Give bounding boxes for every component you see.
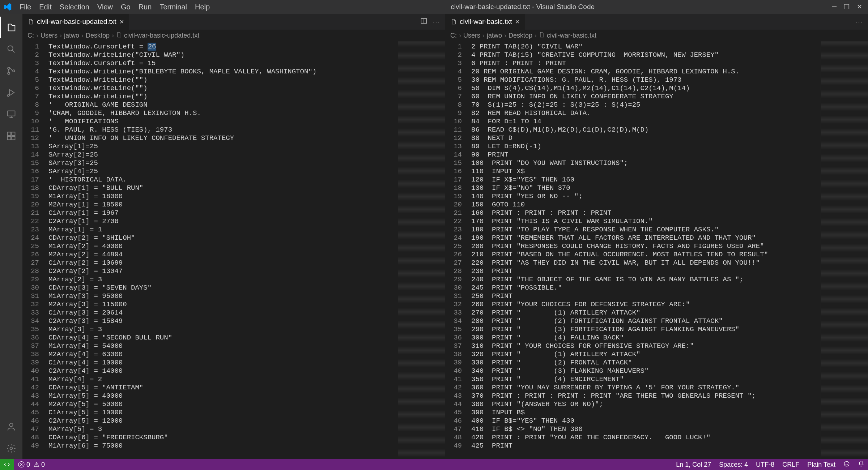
vscode-logo-icon	[3, 3, 13, 10]
minimap[interactable]	[398, 41, 445, 459]
source-control-icon[interactable]	[0, 60, 22, 82]
encoding-status[interactable]: UTF-8	[756, 461, 774, 469]
menu-go[interactable]: Go	[117, 1, 134, 13]
svg-point-2	[8, 67, 10, 69]
svg-point-15	[10, 447, 13, 450]
tab-close-icon[interactable]: ✕	[515, 18, 520, 25]
maximize-icon[interactable]: ❐	[844, 3, 850, 11]
notifications-icon[interactable]	[858, 461, 864, 469]
editor-group-right: civil-war-basic.txt ✕ ⋯ C:› Users› jatwo…	[445, 14, 868, 459]
svg-rect-13	[12, 136, 15, 140]
breadcrumb-segment[interactable]: C:	[450, 32, 457, 39]
explorer-icon[interactable]	[0, 17, 22, 38]
code-content[interactable]: 2 PRINT TAB(26) "CIVIL WAR" 4 PRINT TAB(…	[468, 41, 821, 459]
breadcrumb-segment[interactable]: civil-war-basic.txt	[547, 32, 596, 39]
minimize-icon[interactable]: ─	[832, 3, 837, 11]
indentation-status[interactable]: Spaces: 4	[719, 461, 748, 469]
breadcrumb-segment[interactable]: Users	[41, 32, 58, 39]
close-icon[interactable]: ✕	[857, 3, 862, 11]
more-actions-icon[interactable]: ⋯	[433, 17, 440, 26]
breadcrumb-segment[interactable]: jatwo	[487, 32, 502, 39]
svg-point-6	[8, 95, 9, 97]
errors-status[interactable]: ⓧ 0	[18, 460, 30, 469]
svg-point-18	[844, 461, 849, 466]
remote-explorer-icon[interactable]	[0, 103, 22, 125]
tab-label: civil-war-basic.txt	[460, 18, 512, 26]
debug-icon[interactable]	[0, 82, 22, 103]
code-content[interactable]: TextWindow.CursorLeft = 26 TextWindow.Wr…	[45, 41, 398, 459]
line-numbers: 1 2 3 4 5 6 7 8 9 10 11 12 13 14 15 16 1…	[22, 41, 45, 459]
svg-rect-12	[8, 136, 11, 140]
file-icon	[450, 18, 457, 25]
menu-view[interactable]: View	[94, 1, 116, 13]
title-bar: File Edit Selection View Go Run Terminal…	[0, 0, 868, 14]
editor-left[interactable]: 1 2 3 4 5 6 7 8 9 10 11 12 13 14 15 16 1…	[22, 41, 445, 459]
svg-point-14	[9, 423, 13, 427]
language-mode[interactable]: Plain Text	[807, 461, 835, 469]
file-icon	[539, 32, 545, 39]
more-actions-icon[interactable]: ⋯	[855, 17, 863, 26]
breadcrumb-right[interactable]: C:› Users› jatwo› Desktop› civil-war-bas…	[445, 30, 868, 41]
svg-rect-7	[8, 111, 15, 116]
eol-status[interactable]: CRLF	[782, 461, 799, 469]
tab-left-file[interactable]: civil-war-basic-updated.txt ✕	[22, 14, 129, 30]
file-icon	[116, 32, 122, 39]
menu-help[interactable]: Help	[191, 1, 213, 13]
window-title: civil-war-basic-updated.txt - Visual Stu…	[213, 3, 832, 11]
menu-file[interactable]: File	[16, 1, 35, 13]
remote-indicator[interactable]	[0, 459, 14, 470]
search-icon[interactable]	[0, 38, 22, 60]
menu-edit[interactable]: Edit	[35, 1, 55, 13]
breadcrumb-segment[interactable]: jatwo	[64, 32, 79, 39]
breadcrumb-segment[interactable]: Desktop	[509, 32, 532, 39]
split-editor-icon[interactable]	[420, 17, 427, 26]
menu-selection[interactable]: Selection	[56, 1, 93, 13]
tab-right-file[interactable]: civil-war-basic.txt ✕	[445, 14, 525, 30]
breadcrumb-segment[interactable]: Users	[463, 32, 480, 39]
file-icon	[27, 18, 34, 25]
svg-line-1	[12, 50, 14, 52]
settings-gear-icon[interactable]	[0, 437, 22, 459]
menubar: File Edit Selection View Go Run Terminal…	[16, 1, 213, 13]
svg-rect-10	[8, 132, 11, 136]
tab-label: civil-war-basic-updated.txt	[37, 18, 116, 26]
svg-point-4	[13, 70, 15, 72]
minimap[interactable]	[821, 41, 868, 459]
menu-terminal[interactable]: Terminal	[156, 1, 191, 13]
extensions-icon[interactable]	[0, 125, 22, 147]
svg-point-0	[8, 46, 13, 51]
menu-run[interactable]: Run	[135, 1, 156, 13]
cursor-position[interactable]: Ln 1, Col 27	[676, 461, 711, 469]
accounts-icon[interactable]	[0, 416, 22, 437]
feedback-icon[interactable]	[843, 461, 850, 469]
breadcrumb-left[interactable]: C:› Users› jatwo› Desktop› civil-war-bas…	[22, 30, 445, 41]
editor-group-left: civil-war-basic-updated.txt ✕ ⋯ C:› User…	[22, 14, 445, 459]
tab-close-icon[interactable]: ✕	[119, 18, 124, 25]
line-numbers: 1 2 3 4 5 6 7 8 9 10 11 12 13 14 15 16 1…	[445, 41, 468, 459]
activity-bar	[0, 14, 22, 459]
editor-right[interactable]: 1 2 3 4 5 6 7 8 9 10 11 12 13 14 15 16 1…	[445, 41, 868, 459]
warnings-status[interactable]: ⚠ 0	[34, 461, 45, 469]
svg-point-3	[8, 72, 10, 74]
status-bar: ⓧ 0 ⚠ 0 Ln 1, Col 27 Spaces: 4 UTF-8 CRL…	[0, 459, 868, 470]
breadcrumb-segment[interactable]: civil-war-basic-updated.txt	[124, 32, 199, 39]
breadcrumb-segment[interactable]: Desktop	[86, 32, 110, 39]
svg-marker-5	[9, 90, 14, 95]
svg-rect-11	[12, 132, 15, 136]
breadcrumb-segment[interactable]: C:	[27, 32, 34, 39]
